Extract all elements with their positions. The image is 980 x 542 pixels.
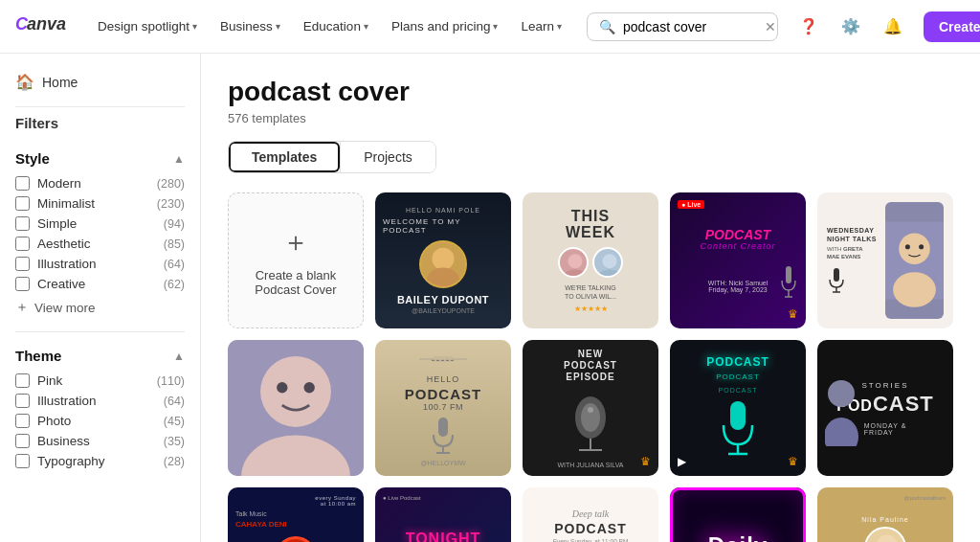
template-card-stories[interactable]: STORIES PODCAST MONDAY &FRIDAY	[817, 340, 953, 476]
settings-button[interactable]: ⚙️	[835, 11, 866, 42]
card-podcast-title: PODCAST	[705, 228, 770, 241]
crown-icon: ♛	[788, 307, 798, 321]
template-card-dailytalks[interactable]: Daily Talks	[670, 487, 806, 542]
view-more-label: View more	[34, 301, 96, 315]
card-business-avatar	[864, 527, 906, 542]
card-mic-visual	[779, 266, 798, 300]
filter-illustration-theme-label: Illustration	[37, 394, 156, 408]
create-design-button[interactable]: Create a design	[924, 11, 980, 42]
help-button[interactable]: ❓	[793, 11, 824, 42]
filter-modern-checkbox[interactable]	[15, 176, 30, 191]
home-icon: 🏠	[15, 73, 34, 91]
sidebar-home[interactable]: 🏠 Home	[0, 65, 200, 99]
template-card-sunday[interactable]: every Sundayat 10:00 am Talk Music CAHAY…	[228, 487, 364, 542]
svg-point-40	[825, 418, 858, 446]
template-card-live[interactable]: ● Live PODCAST Content Creator WITH: Nic…	[670, 192, 806, 328]
filter-simple[interactable]: Simple (94)	[15, 216, 185, 231]
nav-plans-pricing[interactable]: Plans and pricing ▾	[382, 13, 508, 39]
style-section-header[interactable]: Style ▲	[15, 150, 185, 167]
card-live-label: ● Live Podcast	[383, 495, 421, 501]
view-more-style[interactable]: ＋ View more	[15, 299, 185, 316]
filter-illustration-checkbox[interactable]	[15, 257, 30, 271]
template-count: 576 templates	[228, 111, 953, 125]
filter-business-checkbox[interactable]	[15, 434, 30, 448]
search-clear-icon[interactable]: ✕	[765, 19, 776, 34]
filter-minimalist-checkbox[interactable]	[15, 196, 30, 211]
caret-up-icon: ▲	[173, 152, 185, 166]
filter-business[interactable]: Business (35)	[15, 434, 185, 448]
plus-icon: ＋	[15, 299, 29, 316]
filter-photo[interactable]: Photo (45)	[15, 414, 185, 428]
search-bar[interactable]: 🔍 ✕	[587, 12, 778, 41]
filter-aesthetic[interactable]: Aesthetic (85)	[15, 237, 185, 251]
filter-illustration-label: Illustration	[37, 257, 156, 271]
template-card-face[interactable]	[228, 340, 364, 476]
caret-up-icon-2: ▲	[173, 350, 185, 363]
search-icon: 🔍	[599, 19, 615, 34]
theme-section-title: Theme	[15, 348, 61, 364]
card-stories-days: MONDAY &FRIDAY	[864, 422, 907, 436]
create-blank-card[interactable]: ＋ Create a blank Podcast Cover	[228, 192, 364, 328]
filter-typography[interactable]: Typography (28)	[15, 454, 185, 468]
template-card-tonight[interactable]: ● Live Podcast TONIGHT PODCAST ★★★ Ep.10…	[375, 487, 511, 542]
theme-filter-list: Pink (110) Illustration (64) Photo (45) …	[15, 373, 185, 468]
nav-education[interactable]: Education ▾	[294, 13, 378, 39]
card-sunday-circle	[235, 532, 356, 542]
filter-aesthetic-count: (85)	[164, 237, 185, 251]
theme-section: Theme ▲ Pink (110) Illustration (64) Pho…	[0, 340, 200, 476]
nav-icons: ❓ ⚙️ 🔔	[793, 11, 908, 42]
filter-aesthetic-checkbox[interactable]	[15, 237, 30, 251]
main-layout: 🏠 Home Filters Style ▲ Modern (280) Mini…	[0, 54, 980, 542]
filter-illustration[interactable]: Illustration (64)	[15, 257, 185, 271]
tab-templates[interactable]: Templates	[229, 142, 340, 172]
nav-business[interactable]: Business ▾	[211, 13, 290, 39]
nav-learn[interactable]: Learn ▾	[511, 13, 571, 39]
notifications-button[interactable]: 🔔	[878, 11, 908, 42]
template-card-hello[interactable]: ━━━━━ HELLO PODCAST 100.7 FM @HELLOYMW	[375, 340, 511, 476]
canva-logo[interactable]: C anva	[15, 11, 73, 43]
template-card-new-episode[interactable]: NEWPODCASTEPISODE WITH JULIANA SILVA ♛	[523, 340, 658, 476]
filter-pink-checkbox[interactable]	[15, 373, 30, 388]
tab-row: Templates Projects	[228, 141, 436, 173]
theme-section-header[interactable]: Theme ▲	[15, 348, 185, 364]
filter-simple-count: (94)	[164, 217, 185, 231]
search-input[interactable]	[623, 19, 757, 34]
card-stories-face	[825, 340, 858, 476]
nav-business-label: Business	[220, 19, 273, 34]
tab-projects[interactable]: Projects	[340, 142, 435, 172]
card-nila-podcast: Nila Pauline	[861, 516, 908, 523]
card-business-date: @podcastalbum	[904, 495, 946, 501]
chevron-down-icon: ▾	[557, 21, 562, 32]
filter-modern[interactable]: Modern (280)	[15, 176, 185, 191]
filter-illustration-theme[interactable]: Illustration (64)	[15, 394, 185, 408]
style-section: Style ▲ Modern (280) Minimalist (230) Si…	[0, 143, 200, 324]
filter-pink[interactable]: Pink (110)	[15, 373, 185, 388]
filter-creative[interactable]: Creative (62)	[15, 277, 185, 291]
card-sunday-schedule: every Sundayat 10:00 am	[235, 495, 356, 507]
plus-icon: ＋	[282, 224, 309, 260]
card-mic-visual-2	[565, 391, 617, 458]
filters-title: Filters	[0, 115, 200, 135]
nav-design-spotlight[interactable]: Design spotlight ▾	[88, 13, 207, 39]
filter-creative-checkbox[interactable]	[15, 277, 30, 291]
template-grid: ＋ Create a blank Podcast Cover HELLO NAM…	[228, 192, 953, 542]
filter-photo-checkbox[interactable]	[15, 414, 30, 428]
template-card-business[interactable]: Nila Pauline STARTING A BUSINESS @podcas…	[817, 487, 953, 542]
create-blank-label: Create a blank Podcast Cover	[229, 268, 363, 297]
filter-modern-label: Modern	[37, 176, 149, 191]
card-tonight-title: TONIGHT	[406, 531, 481, 542]
filter-simple-checkbox[interactable]	[15, 216, 30, 231]
card-live-details: WITH: Nicki SamuelFriday, May 7, 2023	[708, 280, 768, 293]
template-card-thisweek[interactable]: THISWEEK WE'RE TALKINGTO OLIVIA WIL... ★…	[523, 192, 658, 328]
main-content: podcast cover 576 templates Templates Pr…	[201, 54, 980, 542]
template-card-teal[interactable]: PODCAST PODCAST PODCAST ▶ ♛	[670, 340, 806, 476]
template-card-deeptalk[interactable]: Deep talk PODCAST Every Sunday, at 11:00…	[523, 487, 658, 542]
filter-illustration-theme-checkbox[interactable]	[15, 394, 30, 408]
filter-typography-checkbox[interactable]	[15, 454, 30, 468]
filter-pink-label: Pink	[37, 373, 149, 388]
template-card-bailey[interactable]: HELLO NAMI POLE WELCOME TO MY PODCAST BA…	[375, 192, 511, 328]
template-card-wednesday[interactable]: WEDNESDAYNIGHT TALKS WITH GRETAMAE EVANS	[817, 192, 953, 328]
filter-minimalist[interactable]: Minimalist (230)	[15, 196, 185, 211]
chevron-down-icon: ▾	[276, 21, 280, 32]
filter-creative-label: Creative	[37, 277, 156, 291]
